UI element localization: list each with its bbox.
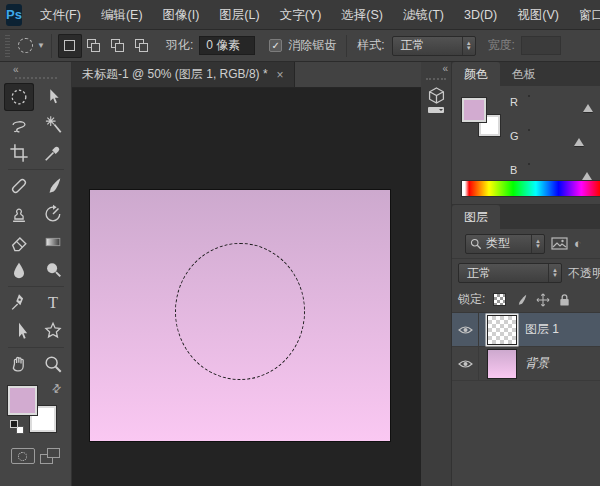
crop-tool[interactable] xyxy=(4,139,34,167)
blend-mode-select[interactable]: 正常 ▲▼ xyxy=(458,263,562,283)
swap-colors-icon[interactable]: ⇄ xyxy=(49,381,65,397)
lock-position-icon[interactable] xyxy=(536,293,550,307)
background-thumbnail[interactable] xyxy=(488,350,516,378)
path-selection-tool[interactable] xyxy=(4,317,34,345)
add-to-selection-button[interactable] xyxy=(82,34,106,58)
new-selection-button[interactable] xyxy=(58,34,82,58)
menu-item-7[interactable]: 3D(D) xyxy=(454,0,507,30)
history-brush-tool[interactable] xyxy=(38,200,68,228)
blue-channel-label: B xyxy=(510,164,525,176)
lock-transparency-icon[interactable] xyxy=(493,293,506,306)
green-slider-handle[interactable] xyxy=(574,138,584,146)
elliptical-marquee-tool[interactable] xyxy=(4,83,34,111)
brush-tool[interactable] xyxy=(38,172,68,200)
screen-mode-button[interactable] xyxy=(40,448,60,464)
pen-tool[interactable] xyxy=(4,289,34,317)
green-channel-label: G xyxy=(510,130,525,142)
3d-panel-button[interactable] xyxy=(428,87,445,113)
eyedropper-tool[interactable] xyxy=(38,139,68,167)
spot-healing-brush-tool[interactable] xyxy=(4,172,34,200)
blend-mode-row: 正常 ▲▼ 不透明度: xyxy=(452,259,600,287)
menu-item-8[interactable]: 视图(V) xyxy=(507,0,569,30)
layers-panel: 图层 类型 ▲▼ ◐ 正常 ▲▼ 不透明度: xyxy=(452,205,600,486)
feather-input[interactable] xyxy=(199,36,255,55)
color-panel-tabs: 颜色 色板 xyxy=(452,62,600,86)
tab-color[interactable]: 颜色 xyxy=(452,62,500,86)
default-colors-icon[interactable] xyxy=(10,420,24,434)
type-tool[interactable]: T xyxy=(38,289,68,317)
color-panel-content: R G B xyxy=(452,86,600,205)
lasso-tool[interactable] xyxy=(4,111,34,139)
layer-row-layer1[interactable]: 图层 1 xyxy=(452,313,600,347)
close-tab-icon[interactable]: × xyxy=(277,68,284,82)
tool-group-separator xyxy=(4,284,68,289)
tab-layers[interactable]: 图层 xyxy=(452,205,500,229)
filter-by-image-icon[interactable] xyxy=(551,237,568,250)
clone-stamp-tool[interactable] xyxy=(4,200,34,228)
layer1-name[interactable]: 图层 1 xyxy=(525,321,559,338)
menu-item-4[interactable]: 文字(Y) xyxy=(270,0,332,30)
tab-swatches[interactable]: 色板 xyxy=(500,62,548,86)
background-visibility-toggle[interactable] xyxy=(452,347,479,380)
panel-foreground-swatch[interactable] xyxy=(462,98,486,122)
spot-healing-brush-icon xyxy=(9,176,29,196)
options-bar-grip[interactable] xyxy=(5,35,10,57)
red-slider-handle[interactable] xyxy=(583,104,593,112)
gradient-tool[interactable] xyxy=(38,228,68,256)
hand-tool[interactable] xyxy=(4,350,34,378)
eye-icon xyxy=(458,359,473,369)
move-tool[interactable] xyxy=(38,83,68,111)
lock-all-icon[interactable] xyxy=(558,293,571,307)
zoom-tool[interactable] xyxy=(38,350,68,378)
layer-filter-type-select[interactable]: 类型 ▲▼ xyxy=(465,234,545,254)
layer1-visibility-toggle[interactable] xyxy=(452,313,479,346)
document-title: 未标题-1 @ 50% (图层 1, RGB/8) * xyxy=(82,66,268,83)
antialias-checkbox[interactable]: ✓ xyxy=(269,39,282,52)
dodge-tool[interactable] xyxy=(38,256,68,284)
tool-preset-picker[interactable]: ▼ xyxy=(16,34,52,58)
subtract-from-selection-icon xyxy=(111,39,124,52)
menu-item-9[interactable]: 窗口(W) xyxy=(569,0,600,30)
menu-item-3[interactable]: 图层(L) xyxy=(209,0,269,30)
tools-panel-footer xyxy=(0,438,71,464)
style-select[interactable]: 正常 ▲▼ xyxy=(392,36,476,56)
custom-shape-tool[interactable] xyxy=(38,317,68,345)
layers-panel-tabs: 图层 xyxy=(452,205,600,229)
width-input xyxy=(521,36,561,55)
red-channel-label: R xyxy=(510,96,525,108)
pasteboard[interactable] xyxy=(72,88,421,486)
blue-slider-handle[interactable] xyxy=(582,172,592,180)
subtract-from-selection-button[interactable] xyxy=(106,34,130,58)
magic-wand-tool[interactable] xyxy=(38,111,68,139)
background-name[interactable]: 背景 xyxy=(525,355,549,372)
menu-item-1[interactable]: 编辑(E) xyxy=(91,0,153,30)
layer-row-background[interactable]: 背景 xyxy=(452,347,600,381)
quick-mask-button[interactable] xyxy=(11,448,35,464)
menu-item-5[interactable]: 选择(S) xyxy=(331,0,393,30)
foreground-color-swatch[interactable] xyxy=(8,386,37,415)
elliptical-marquee-icon xyxy=(9,87,29,107)
eraser-tool[interactable] xyxy=(4,228,34,256)
dock-expand-button[interactable]: « xyxy=(421,62,451,76)
layer1-thumbnail[interactable] xyxy=(488,316,516,344)
style-value: 正常 xyxy=(393,37,462,54)
canvas[interactable] xyxy=(90,190,390,441)
new-selection-icon xyxy=(64,40,75,51)
color-spectrum-ramp[interactable] xyxy=(462,181,600,196)
filter-by-adjustment-icon[interactable]: ◐ xyxy=(574,237,582,250)
dock-grip[interactable] xyxy=(426,78,446,81)
blur-tool[interactable] xyxy=(4,256,34,284)
menu-item-6[interactable]: 滤镜(T) xyxy=(393,0,454,30)
brush-icon xyxy=(43,176,63,196)
menu-item-0[interactable]: 文件(F) xyxy=(30,0,91,30)
intersect-selection-button[interactable] xyxy=(130,34,154,58)
search-icon xyxy=(470,238,482,250)
menu-bar: Ps 文件(F)编辑(E)图像(I)图层(L)文字(Y)选择(S)滤镜(T)3D… xyxy=(0,0,600,30)
tools-panel-collapse-button[interactable]: « xyxy=(0,62,71,77)
pen-icon xyxy=(9,293,29,313)
lock-paint-brush-icon[interactable] xyxy=(514,293,528,307)
3d-panel-dropdown-icon xyxy=(428,107,444,113)
menu-item-2[interactable]: 图像(I) xyxy=(153,0,210,30)
magic-wand-icon xyxy=(43,115,63,135)
document-tab[interactable]: 未标题-1 @ 50% (图层 1, RGB/8) * × xyxy=(72,62,295,87)
